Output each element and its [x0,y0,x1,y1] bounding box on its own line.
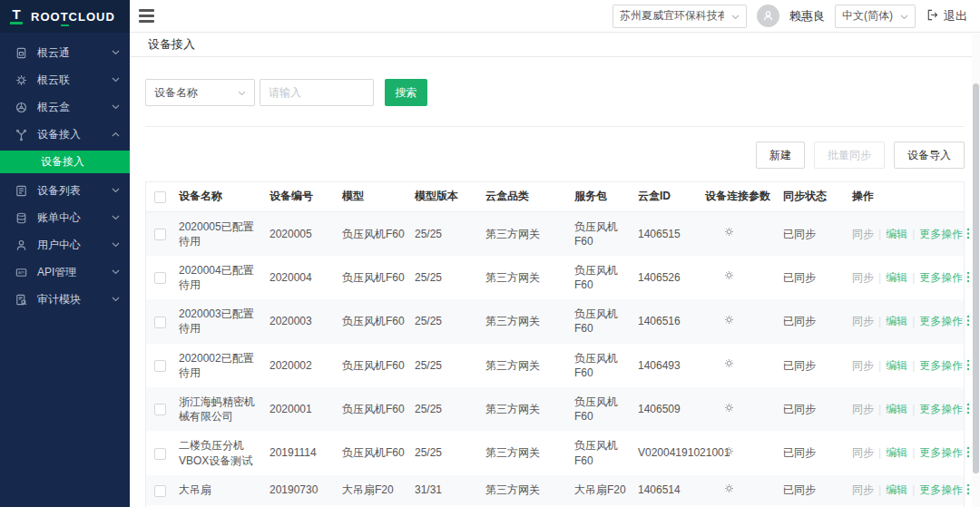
sidebar-item-audit-module[interactable]: 审计模块 [0,286,130,313]
more-actions-dots-icon[interactable] [966,483,970,495]
sidebar-item-genyunhe[interactable]: 根云盒 [0,93,130,121]
edit-action[interactable]: 编辑 [886,315,907,327]
more-actions[interactable]: 更多操作 [919,271,963,284]
cell-service-package: 负压风机F60 [574,387,638,431]
device-table: 设备名称 设备编号 模型 模型版本 云盒品类 服务包 云盒ID 设备连接参数 同… [145,181,965,507]
connection-params-gear-icon[interactable] [723,357,735,369]
more-actions[interactable]: 更多操作 [919,228,963,240]
cell-device-name: 大吊扇 [179,475,270,505]
sidebar-item-genyunlian[interactable]: 根云联 [0,66,130,93]
api-icon: API [15,266,28,279]
col-model-version-header: 模型版本 [415,182,485,211]
chevron-down-icon [112,269,120,275]
create-button[interactable]: 新建 [756,141,805,169]
sync-action[interactable]: 同步 [852,446,874,459]
row-checkbox[interactable] [154,485,166,497]
more-actions[interactable]: 更多操作 [919,403,963,415]
sync-action[interactable]: 同步 [852,315,874,327]
sidebar-item-device-list[interactable]: 设备列表 [0,177,130,204]
more-actions[interactable]: 更多操作 [919,446,963,459]
search-button[interactable]: 搜索 [385,79,427,106]
row-checkbox[interactable] [154,229,166,240]
batch-sync-button[interactable]: 批量同步 [814,141,885,169]
search-input[interactable] [260,79,374,106]
device-import-button[interactable]: 设备导入 [894,141,965,169]
connection-params-gear-icon[interactable] [723,483,735,494]
edit-action[interactable]: 编辑 [886,403,907,415]
filter-field-select[interactable]: 设备名称 [145,79,255,106]
more-actions-dots-icon[interactable] [966,315,970,327]
edit-action[interactable]: 编辑 [886,483,907,496]
database-icon [15,211,28,225]
sidebar-item-device-access[interactable]: 设备接入 [0,121,130,148]
scrollbar-thumb[interactable] [973,83,979,473]
cell-box-category: 第三方网关 [485,387,574,431]
user-avatar[interactable] [757,5,779,27]
cell-box-category: 第三方网关 [485,211,574,256]
sidebar-item-billing-center[interactable]: 账单中心 [0,204,130,231]
edit-action[interactable]: 编辑 [886,271,907,284]
sidebar-item-label: API管理 [37,265,112,280]
cell-model-version: 25/25 [415,387,485,431]
edit-action[interactable]: 编辑 [886,359,907,372]
main-area: 苏州夏威宜环保科技有限... 赖惠良 中文(简体) 退出 设备接入 设备名称 [130,0,980,507]
more-actions-dots-icon[interactable] [966,271,970,283]
action-separator: | [878,403,881,415]
filter-field-value: 设备名称 [154,85,198,101]
more-actions[interactable]: 更多操作 [919,315,963,327]
sidebar-item-genyuntong[interactable]: 根云通 [0,39,130,66]
cell-device-name: 2020005已配置待用 [179,211,270,256]
connection-params-gear-icon[interactable] [723,314,735,326]
more-actions-dots-icon[interactable] [966,446,970,458]
connection-params-gear-icon[interactable] [723,226,735,238]
connection-params-gear-icon[interactable] [723,269,735,281]
company-select[interactable]: 苏州夏威宜环保科技有限... [612,5,747,28]
sidebar-item-label: 根云盒 [37,100,112,115]
action-separator: | [878,483,881,496]
edit-action[interactable]: 编辑 [886,228,907,240]
more-actions[interactable]: 更多操作 [919,483,963,496]
cell-box-category: 第三方网关 [485,431,574,474]
rootcloud-logo: T ROOTCLOUD [0,0,130,33]
more-actions[interactable]: 更多操作 [919,359,963,372]
sidebar-item-user-center[interactable]: 用户中心 [0,231,130,258]
more-actions-dots-icon[interactable] [966,228,970,239]
table-row: 大吊扇 20190730 大吊扇F20 31/31 第三方网关 大吊扇F20 1… [146,475,964,505]
cell-model: 负压风机F60 [342,431,415,474]
row-checkbox[interactable] [154,317,166,328]
sync-action[interactable]: 同步 [852,403,874,415]
sync-action[interactable]: 同步 [852,271,874,284]
row-checkbox[interactable] [154,448,166,460]
topbar: 苏州夏威宜环保科技有限... 赖惠良 中文(简体) 退出 [130,0,980,33]
hamburger-menu-icon[interactable] [139,9,154,23]
cell-box-category: 第三方网关 [485,344,574,387]
edit-action[interactable]: 编辑 [886,446,907,459]
cell-device-code: 2020002 [270,344,342,387]
row-checkbox[interactable] [154,360,166,372]
audit-icon [15,293,28,307]
connection-params-gear-icon[interactable] [723,402,735,414]
cell-box-id: 1406509 [638,387,705,431]
connection-params-gear-icon[interactable] [723,445,735,457]
rootcloud-logo-mark-icon: T [10,8,23,24]
vertical-scrollbar[interactable] [972,34,980,507]
table-row: 2020004已配置待用 2020004 负压风机F60 25/25 第三方网关… [146,256,964,299]
col-connection-params-header: 设备连接参数 [705,182,783,211]
sync-action[interactable]: 同步 [852,359,874,372]
cell-box-id: 1406516 [638,299,705,343]
sync-action[interactable]: 同步 [852,483,874,496]
user-name[interactable]: 赖惠良 [789,8,825,24]
logout-button[interactable]: 退出 [926,8,967,24]
cell-sync-status: 已同步 [783,387,852,431]
language-select[interactable]: 中文(简体) [835,5,916,28]
select-all-checkbox[interactable] [154,191,166,203]
sidebar-subitem-device-access[interactable]: 设备接入 [0,151,130,173]
page-title: 设备接入 [148,36,195,53]
more-actions-dots-icon[interactable] [966,359,970,371]
sidebar-item-api-management[interactable]: API API管理 [0,258,130,286]
more-actions-dots-icon[interactable] [966,403,970,414]
row-checkbox[interactable] [154,404,166,415]
row-checkbox[interactable] [154,272,166,284]
sync-action[interactable]: 同步 [852,228,874,240]
sim-card-icon [15,46,28,60]
